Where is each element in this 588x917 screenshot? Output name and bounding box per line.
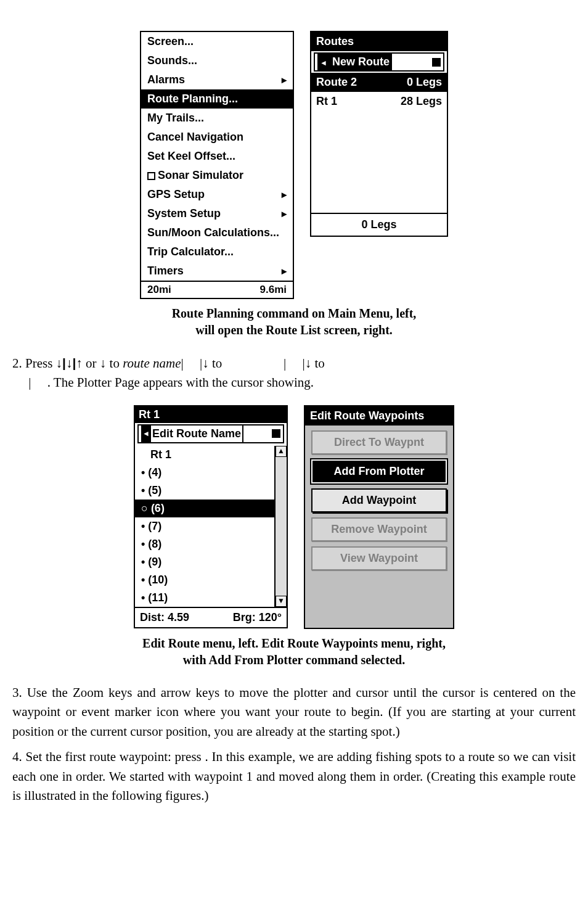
menu-button[interactable]: Add Waypoint <box>311 488 447 512</box>
list-item[interactable]: Rt 1 <box>135 446 274 464</box>
menu-item[interactable]: System Setup▸ <box>141 204 293 223</box>
text: 2. Press <box>12 356 56 371</box>
route-name-placeholder: route name <box>123 356 181 371</box>
chevron-right-icon[interactable] <box>272 429 280 438</box>
caption-line: Edit Route menu, left. Edit Route Waypoi… <box>142 636 446 650</box>
key-sequence: ↓|↓|↑ <box>56 356 83 370</box>
menu-item[interactable]: My Trails... <box>141 109 293 128</box>
route-row[interactable]: ◄New Route <box>314 52 444 72</box>
submenu-arrow-icon: ▸ <box>282 187 287 202</box>
edit-route-waypoints-panel: Edit Route Waypoints Direct To WaypntAdd… <box>304 405 454 629</box>
caption-line: with Add From Plotter command selected. <box>183 653 405 667</box>
list-item[interactable]: (4) <box>141 464 274 482</box>
submenu-arrow-icon: ▸ <box>282 73 287 88</box>
submenu-arrow-icon: ▸ <box>282 264 287 279</box>
edit-route-name-row[interactable]: ◄Edit Route Name <box>137 424 284 443</box>
step-3-text: 3. Use the Zoom keys and arrow keys to m… <box>12 683 576 742</box>
scroll-up-icon[interactable]: ▲ <box>276 446 287 457</box>
figure-1: Screen...Sounds...Alarms▸Route Planning.… <box>12 31 576 299</box>
bearing-readout: Brg: 120° <box>233 609 282 626</box>
list-item[interactable]: (8) <box>141 535 274 553</box>
menu-button[interactable]: Add From Plotter <box>311 459 447 483</box>
text: | <box>28 375 31 390</box>
step-2-text: 2. Press ↓|↓|↑ or ↓ to route name| |↓ to… <box>12 353 576 393</box>
status-left: 20mi <box>147 282 171 298</box>
edit-route-footer: Dist: 4.59 Brg: 120° <box>135 607 287 627</box>
route-row[interactable]: Rt 128 Legs <box>311 92 447 111</box>
routes-footer: 0 Legs <box>311 213 447 236</box>
text: |↓ to <box>302 356 324 371</box>
list-item[interactable]: (7) <box>141 517 274 535</box>
menu-item[interactable]: GPS Setup▸ <box>141 185 293 204</box>
text: | <box>284 356 286 371</box>
text: . The Plotter Page appears with the curs… <box>44 375 314 390</box>
distance-readout: Dist: 4.59 <box>140 609 189 626</box>
step-4-text: 4. Set the first route waypoint: press .… <box>12 747 576 806</box>
figure-1-caption: Route Planning command on Main Menu, lef… <box>12 305 576 339</box>
list-item[interactable]: (11) <box>141 589 274 607</box>
chevron-right-icon[interactable] <box>432 58 441 67</box>
scrollbar[interactable]: ▲ ▼ <box>274 446 287 607</box>
menu-item[interactable]: Screen... <box>141 32 293 51</box>
edit-route-title: Rt 1 <box>135 406 287 423</box>
waypoint-list: Rt 1 (4)(5)(6)(7)(8)(9)(10)(11) <box>135 446 274 607</box>
route-row[interactable]: Route 20 Legs <box>311 73 447 92</box>
text: or ↓ to <box>83 356 123 371</box>
menu-item[interactable]: Sounds... <box>141 51 293 70</box>
submenu-arrow-icon: ▸ <box>282 207 287 221</box>
menu-button: Direct To Waypnt <box>311 430 447 454</box>
caption-line: Route Planning command on Main Menu, lef… <box>172 306 417 320</box>
list-item[interactable]: (9) <box>141 553 274 571</box>
menu-button: View Waypoint <box>311 546 447 570</box>
text: | <box>181 356 183 371</box>
menu-item[interactable]: Alarms▸ <box>141 70 293 89</box>
routes-title: Routes <box>311 32 447 51</box>
routes-panel: Routes ◄New RouteRoute 20 LegsRt 128 Leg… <box>310 31 448 237</box>
menu-item[interactable]: Trip Calculator... <box>141 242 293 261</box>
menu-button: Remove Waypoint <box>311 517 447 541</box>
list-item[interactable]: (5) <box>141 482 274 500</box>
status-bar: 20mi 9.6mi <box>141 281 293 298</box>
caption-line: will open the Route List screen, right. <box>195 323 393 337</box>
menu-item[interactable]: Cancel Navigation <box>141 128 293 147</box>
text: |↓ to <box>200 356 222 371</box>
menu-item[interactable]: Sonar Simulator <box>141 166 293 185</box>
menu-item[interactable]: Timers▸ <box>141 261 293 281</box>
edit-route-name-label: Edit Route Name <box>151 426 242 442</box>
list-item[interactable]: (10) <box>141 571 274 589</box>
edit-route-panel: Rt 1 ◄Edit Route Name Rt 1 (4)(5)(6)(7)(… <box>134 405 288 628</box>
figure-2: Rt 1 ◄Edit Route Name Rt 1 (4)(5)(6)(7)(… <box>12 405 576 629</box>
menu-item[interactable]: Sun/Moon Calculations... <box>141 223 293 242</box>
status-right: 9.6mi <box>260 282 287 298</box>
erw-title: Edit Route Waypoints <box>305 406 453 426</box>
list-item[interactable]: (6) <box>135 500 274 517</box>
scroll-down-icon[interactable]: ▼ <box>276 596 287 607</box>
checkbox-icon[interactable] <box>147 172 155 180</box>
main-menu-panel: Screen...Sounds...Alarms▸Route Planning.… <box>140 31 294 299</box>
menu-item[interactable]: Route Planning... <box>141 89 293 109</box>
menu-item[interactable]: Set Keel Offset... <box>141 147 293 166</box>
figure-2-caption: Edit Route menu, left. Edit Route Waypoi… <box>12 635 576 668</box>
scroll-thumb[interactable] <box>276 457 287 596</box>
